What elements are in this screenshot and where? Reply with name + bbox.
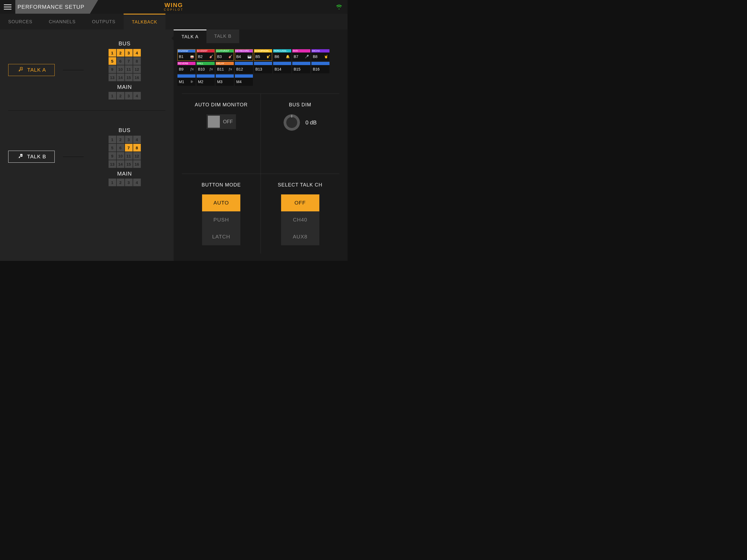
target-b4[interactable]: KEYBOARDERB4🎹 — [235, 49, 253, 61]
bus-a-cell-4[interactable]: 4 — [133, 49, 141, 57]
bus-b-cell-7[interactable]: 7 — [125, 144, 133, 152]
bus-a-cell-9[interactable]: 9 — [108, 65, 116, 73]
target-b1[interactable]: DrummerB1🥁 — [177, 49, 196, 61]
bus-b-cell-3[interactable]: 3 — [125, 136, 133, 143]
bus-b-cell-15[interactable]: 15 — [125, 160, 133, 168]
main-a-cell-4[interactable]: 4 — [133, 92, 141, 100]
bus-a-cell-6[interactable]: 6 — [117, 57, 124, 65]
talk-a-button[interactable]: A TALK A — [8, 64, 55, 76]
blank-icon — [305, 67, 309, 71]
target-b8[interactable]: MICHAB8🤘 — [311, 49, 330, 61]
target-b5[interactable]: SAXOPHON...B5🎷 — [254, 49, 272, 61]
tab-talkback[interactable]: TALKBACK — [124, 14, 165, 29]
bus-b-cell-9[interactable]: 9 — [108, 152, 116, 160]
target-name: DELAY — [216, 62, 234, 65]
bus-a-cell-14[interactable]: 14 — [117, 74, 124, 81]
autodim-toggle[interactable]: OFF — [206, 114, 236, 129]
main-label: MAIN — [117, 171, 132, 177]
talk-b-button[interactable]: B TALK B — [8, 151, 55, 163]
target-b14[interactable]: B14 — [273, 62, 291, 73]
main-b-cell-1[interactable]: 1 — [108, 179, 116, 186]
selecttalk-title: SELECT TALK CH — [278, 182, 323, 188]
target-name — [177, 74, 196, 78]
bus-a-cell-12[interactable]: 12 — [133, 65, 141, 73]
guitar-icon: 🎸 — [228, 54, 232, 59]
bus-a-cell-2[interactable]: 2 — [117, 49, 124, 57]
bus-label: BUS — [119, 41, 130, 47]
target-m4[interactable]: M4 — [235, 74, 253, 86]
bus-b-cell-10[interactable]: 10 — [117, 152, 124, 160]
tab-outputs[interactable]: OUTPUTS — [84, 14, 124, 29]
target-b10[interactable]: HALLB10ƒx — [197, 62, 215, 73]
bus-b-cell-4[interactable]: 4 — [133, 136, 141, 143]
target-b11[interactable]: DELAYB11ƒx — [216, 62, 234, 73]
target-id: B5 — [255, 54, 260, 59]
bus-a-cell-3[interactable]: 3 — [125, 49, 133, 57]
bus-b-cell-5[interactable]: 5 — [108, 144, 116, 152]
blank-icon — [247, 80, 252, 84]
bus-b-cell-12[interactable]: 12 — [133, 152, 141, 160]
bus-b-cell-13[interactable]: 13 — [108, 160, 116, 168]
bus-a-cell-13[interactable]: 13 — [108, 74, 116, 81]
bus-a-cell-16[interactable]: 16 — [133, 74, 141, 81]
bus-grid-a: 12345678910111213141516 — [108, 49, 141, 81]
selecttalk-ch40[interactable]: CH40 — [281, 211, 319, 228]
tab-row: SOURCESCHANNELSOUTPUTSTALKBACK — [0, 14, 347, 29]
target-b16[interactable]: B16 — [311, 62, 330, 73]
buttonmode-auto[interactable]: AUTO — [202, 195, 240, 211]
target-b2[interactable]: BASSISTB2🎸 — [197, 49, 215, 61]
talk-tab-talk-b[interactable]: TALK B — [206, 29, 239, 43]
target-name — [235, 74, 253, 78]
bus-a-cell-10[interactable]: 10 — [117, 65, 124, 73]
target-name — [235, 62, 253, 65]
sax-icon: 🎷 — [266, 54, 271, 59]
target-name: HALL — [197, 62, 215, 65]
main-b-cell-4[interactable]: 4 — [133, 179, 141, 186]
tab-sources[interactable]: SOURCES — [0, 14, 41, 29]
target-b6[interactable]: PERCUSSI...B6🔔 — [273, 49, 291, 61]
bus-b-cell-11[interactable]: 11 — [125, 152, 133, 160]
target-m2[interactable]: M2 — [197, 74, 215, 86]
target-id: B9 — [179, 67, 183, 71]
bus-a-cell-5[interactable]: 5 — [108, 57, 116, 65]
target-b3[interactable]: GUITARISTB3🎸 — [216, 49, 234, 61]
bus-b-cell-6[interactable]: 6 — [117, 144, 124, 152]
main-b-cell-2[interactable]: 2 — [117, 179, 124, 186]
target-id: M3 — [217, 80, 222, 84]
target-m1[interactable]: M1⊪ — [177, 74, 196, 86]
target-id: M1 — [179, 80, 184, 84]
rock-icon: 🤘 — [324, 54, 328, 59]
main-a-cell-3[interactable]: 3 — [125, 92, 133, 100]
target-b7[interactable]: PATIB7🎤 — [292, 49, 310, 61]
target-m3[interactable]: M3 — [216, 74, 234, 86]
bus-a-cell-1[interactable]: 1 — [108, 49, 116, 57]
bus-b-cell-1[interactable]: 1 — [108, 136, 116, 143]
tab-channels[interactable]: CHANNELS — [41, 14, 84, 29]
main-a-cell-2[interactable]: 2 — [117, 92, 124, 100]
target-b9[interactable]: REVERBB9ƒx — [177, 62, 196, 73]
bus-b-cell-16[interactable]: 16 — [133, 160, 141, 168]
bus-b-cell-14[interactable]: 14 — [117, 160, 124, 168]
bus-a-cell-15[interactable]: 15 — [125, 74, 133, 81]
bus-b-cell-8[interactable]: 8 — [133, 144, 141, 152]
target-name — [254, 62, 272, 65]
selecttalk-off[interactable]: OFF — [281, 195, 319, 211]
talk-tab-talk-a[interactable]: TALK A — [174, 29, 206, 43]
target-b13[interactable]: B13 — [254, 62, 272, 73]
bus-a-cell-8[interactable]: 8 — [133, 57, 141, 65]
main-a-cell-1[interactable]: 1 — [108, 92, 116, 100]
bus-a-cell-7[interactable]: 7 — [125, 57, 133, 65]
target-name: SAXOPHON... — [254, 49, 272, 52]
bus-b-cell-2[interactable]: 2 — [117, 136, 124, 143]
selecttalk-aux8[interactable]: AUX8 — [281, 228, 319, 245]
buttonmode-push[interactable]: PUSH — [202, 211, 240, 228]
main-b-cell-3[interactable]: 3 — [125, 179, 133, 186]
target-id: B3 — [217, 54, 222, 59]
buttonmode-latch[interactable]: LATCH — [202, 228, 240, 245]
busdim-dial[interactable] — [284, 114, 300, 131]
bus-a-cell-11[interactable]: 11 — [125, 65, 133, 73]
menu-icon[interactable] — [4, 0, 11, 14]
target-b12[interactable]: B12 — [235, 62, 253, 73]
busdim-title: BUS DIM — [289, 102, 311, 108]
target-b15[interactable]: B15 — [292, 62, 310, 73]
